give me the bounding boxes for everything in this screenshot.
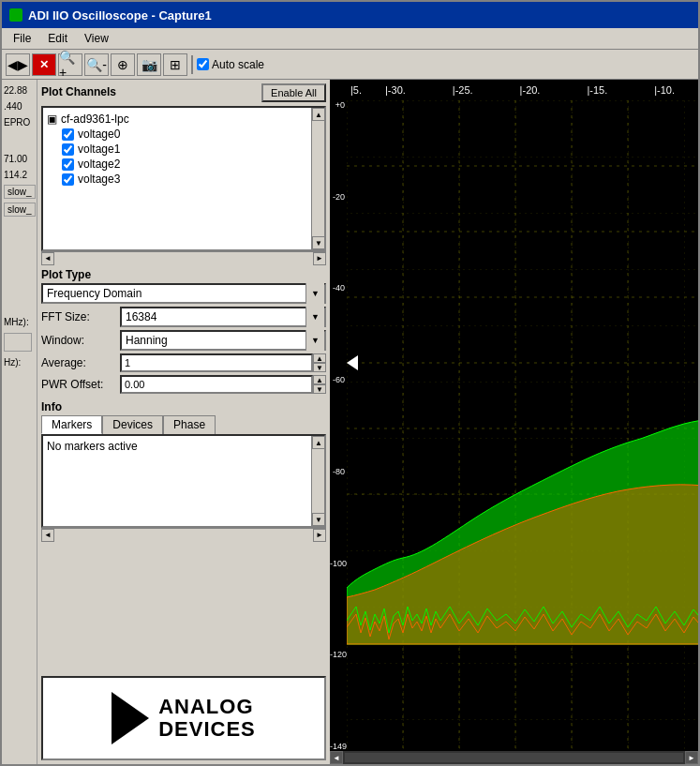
amp-label-0: +0 (330, 100, 347, 110)
average-down-btn[interactable]: ▼ (313, 363, 326, 372)
plot-channels-title: Plot Channels (41, 85, 116, 98)
channel-list-container: ▣ cf-ad9361-lpc voltage0 voltage1 (41, 106, 326, 251)
logo-inner: ANALOG DEVICES (112, 692, 256, 744)
freq-label-0: |5. (347, 84, 362, 96)
device-name: cf-ad9361-lpc (61, 113, 129, 126)
menu-view[interactable]: View (77, 30, 116, 47)
info-hscrollbar: ◄ ► (41, 528, 326, 541)
amp-label-3: -60 (330, 375, 347, 384)
info-scroll-up-btn[interactable]: ▲ (312, 436, 325, 449)
hscroll-left-btn[interactable]: ◄ (41, 252, 54, 265)
bottom-scroll-track (345, 753, 683, 762)
window-value: Hanning (122, 332, 305, 349)
channel-voltage0: voltage0 (47, 127, 307, 142)
scrollbar-up-btn[interactable]: ▲ (312, 108, 325, 121)
scrollbar-track (312, 121, 324, 236)
logo-line2: DEVICES (158, 718, 256, 741)
pwr-offset-up-btn[interactable]: ▲ (313, 375, 326, 384)
plot-type-title: Plot Type (41, 268, 326, 281)
side-control[interactable] (4, 333, 32, 352)
pwr-offset-label: PWR Offset: (41, 378, 116, 391)
zoom-in-button[interactable]: 🔍+ (58, 53, 82, 76)
fft-size-input-container: 16384 ▼ (120, 307, 326, 327)
pwr-offset-spinner: ▲ ▼ (313, 375, 326, 394)
pwr-offset-input[interactable]: 0.00 (120, 375, 313, 394)
average-input[interactable]: 1 (120, 353, 313, 372)
info-scrollbar: ▲ ▼ (311, 436, 324, 526)
info-tabs: Markers Devices Phase (41, 415, 326, 434)
fft-size-dropdown-btn[interactable]: ▼ (305, 307, 324, 327)
oscilloscope-svg (347, 100, 698, 751)
autoscale-checkbox[interactable] (197, 58, 209, 70)
voltage0-checkbox[interactable] (62, 128, 74, 141)
info-hscroll-left-btn[interactable]: ◄ (41, 529, 54, 542)
tab-devices[interactable]: Devices (102, 415, 163, 434)
average-spinner: ▲ ▼ (313, 353, 326, 372)
tab-markers[interactable]: Markers (41, 415, 102, 434)
skip-back-button[interactable]: ◀▶ (6, 53, 30, 76)
main-content: 22.88 .440 EPRO 71.00 114.2 slow_ slow_ … (2, 80, 698, 764)
pwr-offset-input-group: 0.00 ▲ ▼ (120, 375, 326, 394)
average-row: Average: 1 ▲ ▼ (41, 353, 326, 372)
amp-label-5: -100 (330, 559, 347, 568)
info-hscroll-right-btn[interactable]: ► (313, 529, 326, 542)
bottom-scroll-right-btn[interactable]: ► (685, 751, 698, 764)
fft-size-row: FFT Size: 16384 ▼ (41, 307, 326, 327)
hscroll-right-btn[interactable]: ► (313, 252, 326, 265)
voltage3-checkbox[interactable] (62, 173, 74, 186)
voltage3-label: voltage3 (78, 173, 120, 186)
svg-rect-1 (347, 100, 698, 751)
zoom-fit-button[interactable]: ⊕ (111, 53, 135, 76)
voltage1-label: voltage1 (78, 143, 120, 156)
average-label: Average: (41, 356, 116, 369)
info-text: No markers active (47, 440, 138, 453)
autoscale-label: Auto scale (212, 58, 264, 71)
pwr-offset-down-btn[interactable]: ▼ (313, 384, 326, 394)
plot-type-section: Plot Type Frequency Domain ▼ FFT Size: 1… (41, 268, 326, 397)
stop-button[interactable]: ✕ (32, 53, 56, 76)
enable-all-button[interactable]: Enable All (261, 83, 326, 102)
amp-label-6: -120 (330, 650, 347, 659)
side-label-slow-1: slow_ (4, 185, 36, 199)
zoom-out-button[interactable]: 🔍- (84, 53, 109, 76)
side-label-0: 22.88 (2, 83, 37, 98)
amp-label-1: -20 (330, 192, 347, 202)
tab-phase[interactable]: Phase (163, 415, 216, 434)
app-icon (9, 8, 22, 22)
capture-button[interactable]: 📷 (137, 53, 161, 76)
info-content: No markers active (43, 436, 311, 526)
bottom-scroll-left-btn[interactable]: ◄ (330, 751, 343, 764)
window-title: ADI IIO Oscilloscope - Capture1 (28, 8, 212, 23)
toolbar-separator (191, 55, 193, 74)
freq-label-2: |-25. (429, 84, 497, 96)
voltage1-checkbox[interactable] (62, 143, 74, 156)
pwr-offset-row: PWR Offset: 0.00 ▲ ▼ (41, 375, 326, 394)
voltage2-label: voltage2 (78, 158, 120, 171)
info-title: Info (41, 400, 326, 413)
voltage2-checkbox[interactable] (62, 158, 74, 171)
window-label: Window: (41, 334, 116, 347)
channel-list-hscrollbar: ◄ ► (41, 251, 326, 264)
freq-label-3: |-20. (497, 84, 564, 96)
left-panel-outer: 22.88 .440 EPRO 71.00 114.2 slow_ slow_ … (2, 80, 330, 764)
scrollbar-down-btn[interactable]: ▼ (312, 236, 325, 249)
menu-file[interactable]: File (6, 30, 38, 47)
channel-list-scrollbar: ▲ ▼ (311, 108, 324, 249)
side-label-slow-2: slow_ (4, 203, 36, 217)
window-dropdown-btn[interactable]: ▼ (305, 330, 324, 351)
logo-line1: ANALOG (158, 696, 256, 718)
analog-devices-logo: ANALOG DEVICES (41, 676, 326, 760)
freq-label-4: |-15. (563, 84, 631, 96)
channel-voltage2: voltage2 (47, 157, 307, 172)
info-scroll-down-btn[interactable]: ▼ (312, 513, 325, 526)
average-up-btn[interactable]: ▲ (313, 353, 326, 363)
side-label-hz: Hz): (2, 355, 37, 369)
amp-label-7: -149 (330, 742, 347, 751)
layout-button[interactable]: ⊞ (163, 53, 187, 76)
window-input-container: Hanning ▼ (120, 330, 326, 351)
menu-edit[interactable]: Edit (40, 30, 75, 47)
menu-bar: File Edit View (2, 28, 698, 50)
amp-label-4: -80 (330, 467, 347, 476)
main-window: ADI IIO Oscilloscope - Capture1 File Edi… (0, 0, 700, 766)
plot-type-dropdown-btn[interactable]: ▼ (305, 283, 324, 304)
